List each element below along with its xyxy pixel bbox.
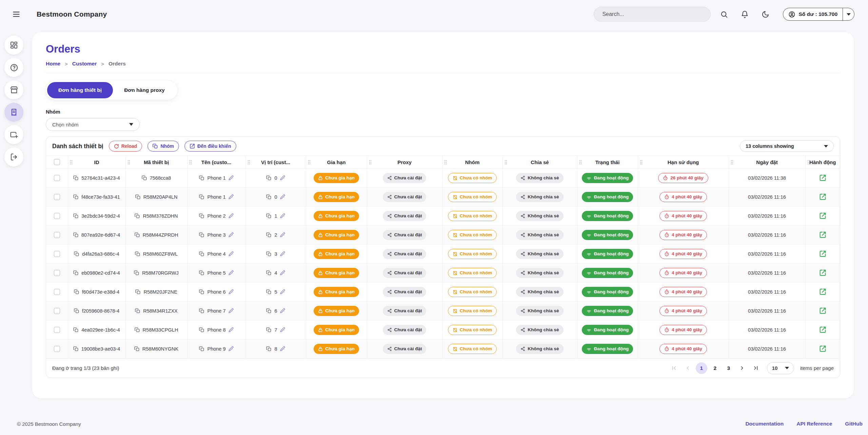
column-header[interactable]: Hành động — [805, 156, 840, 169]
group-button[interactable]: Nhóm — [147, 141, 179, 152]
open-device-button[interactable] — [819, 307, 826, 314]
balance-caret-button[interactable] — [843, 8, 854, 20]
edit-pencil-icon[interactable] — [229, 232, 234, 237]
select-all-checkbox[interactable] — [54, 159, 60, 165]
open-device-button[interactable] — [819, 345, 826, 352]
footer-link[interactable]: GitHub — [845, 421, 863, 427]
column-header[interactable]: Chia sẻ — [502, 156, 577, 169]
edit-pencil-icon[interactable] — [280, 251, 285, 256]
copy-icon[interactable] — [73, 232, 79, 238]
column-header[interactable]: Tên (custo... — [187, 156, 245, 169]
copy-icon[interactable] — [135, 251, 140, 257]
copy-icon[interactable] — [74, 308, 79, 314]
copy-icon[interactable] — [135, 232, 140, 238]
search-button[interactable] — [716, 7, 731, 22]
drag-handle-icon[interactable] — [70, 160, 72, 164]
edit-pencil-icon[interactable] — [229, 289, 234, 294]
column-header[interactable]: Hạn sử dụng — [638, 156, 729, 169]
edit-pencil-icon[interactable] — [229, 175, 234, 180]
open-device-button[interactable] — [819, 231, 826, 238]
copy-icon[interactable] — [266, 346, 272, 352]
column-header[interactable]: Vị trí (cust... — [245, 156, 306, 169]
copy-icon[interactable] — [266, 232, 272, 238]
drag-handle-icon[interactable] — [731, 160, 733, 164]
copy-icon[interactable] — [266, 213, 272, 219]
page-number-button[interactable]: 2 — [709, 362, 721, 374]
copy-icon[interactable] — [134, 346, 140, 352]
edit-pencil-icon[interactable] — [229, 270, 234, 275]
row-checkbox[interactable] — [54, 346, 60, 352]
copy-icon[interactable] — [266, 327, 272, 333]
copy-icon[interactable] — [199, 232, 204, 238]
sidebar-item-store[interactable] — [4, 80, 23, 99]
copy-icon[interactable] — [199, 194, 204, 200]
column-header[interactable]: Ngày đặt — [729, 156, 805, 169]
copy-icon[interactable] — [199, 213, 204, 219]
sidebar-item-dashboard[interactable] — [4, 36, 23, 55]
edit-pencil-icon[interactable] — [280, 232, 285, 237]
copy-icon[interactable] — [199, 175, 204, 181]
drag-handle-icon[interactable] — [248, 160, 250, 164]
breadcrumb-home-link[interactable]: Home — [46, 61, 60, 67]
column-header[interactable]: Trạng thái — [577, 156, 638, 169]
edit-pencil-icon[interactable] — [229, 213, 234, 218]
column-header[interactable]: Nhóm — [442, 156, 502, 169]
open-device-button[interactable] — [819, 193, 826, 200]
row-checkbox[interactable] — [54, 308, 60, 314]
column-header[interactable]: Gia hạn — [306, 156, 367, 169]
open-device-button[interactable] — [819, 212, 826, 219]
column-header[interactable]: Proxy — [367, 156, 442, 169]
copy-icon[interactable] — [73, 175, 79, 181]
edit-pencil-icon[interactable] — [229, 251, 234, 256]
copy-icon[interactable] — [266, 289, 272, 295]
breadcrumb-customer-link[interactable]: Customer — [72, 61, 97, 67]
copy-icon[interactable] — [199, 251, 204, 257]
copy-icon[interactable] — [135, 213, 140, 219]
search-input[interactable] — [602, 11, 702, 17]
footer-link[interactable]: Documentation — [745, 421, 784, 427]
tab-proxy-orders[interactable]: Đơn hàng proxy — [113, 82, 176, 98]
copy-icon[interactable] — [73, 213, 79, 219]
edit-pencil-icon[interactable] — [280, 289, 285, 294]
column-header[interactable]: ID — [68, 156, 125, 169]
edit-pencil-icon[interactable] — [280, 346, 285, 351]
copy-icon[interactable] — [135, 327, 140, 333]
row-checkbox[interactable] — [54, 194, 60, 200]
prev-page-button[interactable] — [682, 362, 694, 374]
row-checkbox[interactable] — [54, 270, 60, 276]
copy-icon[interactable] — [135, 308, 140, 314]
footer-link[interactable]: API Reference — [796, 421, 832, 427]
group-select[interactable]: Chọn nhóm — [46, 118, 140, 131]
copy-icon[interactable] — [73, 194, 79, 200]
page-number-button[interactable]: 3 — [723, 362, 734, 374]
sidebar-item-add-card[interactable] — [4, 125, 23, 144]
copy-icon[interactable] — [74, 251, 79, 257]
dark-mode-toggle[interactable] — [758, 7, 773, 22]
edit-pencil-icon[interactable] — [280, 213, 285, 218]
drag-handle-icon[interactable] — [640, 160, 642, 164]
column-header[interactable]: Mã thiết bị — [125, 156, 187, 169]
copy-icon[interactable] — [199, 270, 204, 276]
page-number-button[interactable]: 1 — [696, 362, 707, 374]
open-device-button[interactable] — [819, 174, 826, 181]
copy-icon[interactable] — [135, 194, 141, 200]
edit-pencil-icon[interactable] — [229, 308, 234, 313]
sidebar-item-logout[interactable] — [4, 147, 23, 166]
open-device-button[interactable] — [819, 288, 826, 295]
row-checkbox[interactable] — [54, 175, 60, 181]
open-device-button[interactable] — [819, 250, 826, 257]
row-checkbox[interactable] — [54, 289, 60, 295]
drag-handle-icon[interactable] — [189, 160, 192, 164]
copy-icon[interactable] — [266, 308, 272, 314]
edit-pencil-icon[interactable] — [280, 270, 285, 275]
copy-icon[interactable] — [266, 175, 272, 181]
sidebar-item-orders[interactable] — [4, 103, 23, 122]
drag-handle-icon[interactable] — [369, 160, 371, 164]
row-checkbox[interactable] — [54, 213, 60, 219]
drag-handle-icon[interactable] — [579, 160, 581, 164]
copy-icon[interactable] — [199, 289, 204, 295]
reload-button[interactable]: Reload — [109, 141, 142, 152]
open-device-button[interactable] — [819, 326, 826, 333]
items-per-page-dropdown[interactable]: 10 — [767, 362, 794, 374]
tab-device-orders[interactable]: Đơn hàng thiết bị — [47, 82, 113, 98]
